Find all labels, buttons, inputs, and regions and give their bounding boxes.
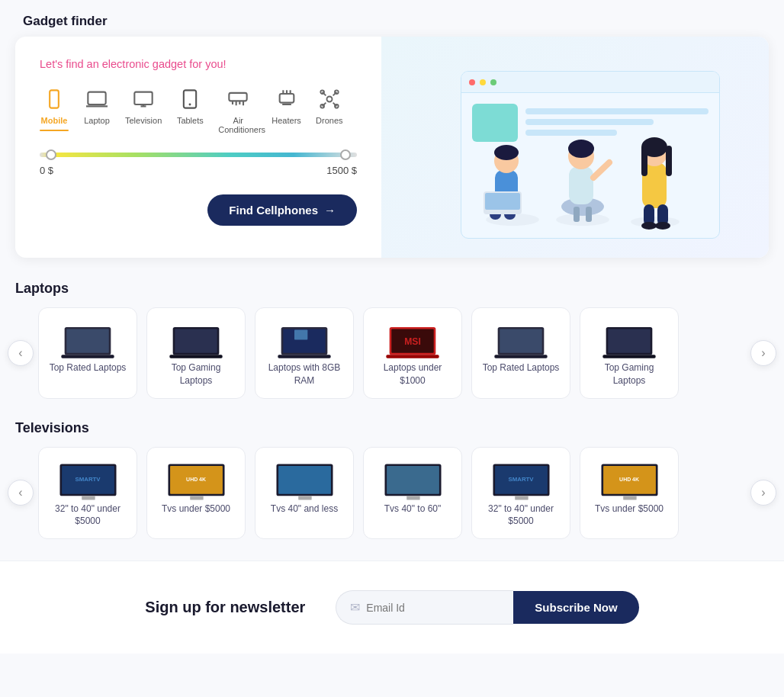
tv-card-2[interactable]: UHD 4K Tvs under $5000 [146, 447, 246, 540]
svg-rect-38 [574, 207, 580, 222]
newsletter-form: ✉ Subscribe Now [336, 590, 638, 625]
range-track [40, 153, 357, 157]
email-icon: ✉ [350, 600, 360, 615]
svg-rect-63 [278, 355, 330, 358]
laptop-card-6[interactable]: Top Gaming Laptops [580, 307, 679, 399]
tv-card-4[interactable]: Tvs 40" to 60" [363, 447, 462, 540]
svg-rect-84 [298, 496, 311, 499]
laptop-card-5[interactable]: Top Rated Laptops [471, 307, 570, 399]
laptop-card-3[interactable]: Laptops with 8GB RAM [255, 307, 354, 399]
price-max: 1500 $ [326, 165, 357, 176]
laptops-section: Laptops ‹ Top Rated Laptops [0, 281, 784, 399]
televisions-section: Televisions ‹ SMARTV 32" to 40" under $5… [0, 420, 784, 540]
category-mobile[interactable]: Mobile [40, 87, 69, 134]
hero-left: Let's find an electronic gadget for you!… [15, 37, 381, 258]
laptops-carousel-right-arrow[interactable]: › [750, 340, 776, 366]
svg-rect-17 [279, 94, 294, 103]
laptops-carousel-track: Top Rated Laptops Top Gaming Laptops [0, 307, 784, 399]
email-input[interactable] [366, 602, 500, 614]
category-drones[interactable]: Drones [315, 87, 344, 134]
tv-card-6[interactable]: UHD 4K Tvs under $5000 [580, 447, 679, 540]
laptop-label-4: Laptops under $1000 [373, 361, 452, 387]
laptops-carousel: ‹ Top Rated Laptops Top Gaming Lapt [0, 307, 784, 399]
tv-card-5[interactable]: SMARTV 32" to 40" under $5000 [471, 447, 570, 540]
mobile-icon [40, 87, 69, 111]
televisions-carousel-left-arrow[interactable]: ‹ [8, 480, 34, 506]
svg-rect-62 [294, 329, 307, 339]
tv-card-3[interactable]: Tvs 40" and less [255, 447, 354, 540]
svg-rect-87 [406, 496, 419, 499]
laptop-card-2[interactable]: Top Gaming Laptops [146, 307, 246, 399]
hero-illustration [461, 63, 689, 231]
tv-card-1[interactable]: SMARTV 32" to 40" under $5000 [38, 447, 137, 540]
tv-label-3: Tvs 40" and less [271, 503, 338, 516]
svg-rect-55 [66, 329, 108, 353]
category-label-television: Television [125, 116, 162, 125]
laptop-label-5: Top Rated Laptops [483, 361, 560, 374]
price-min: 0 $ [40, 165, 53, 176]
tv-label-5: 32" to 40" under $5000 [481, 503, 561, 528]
price-labels: 0 $ 1500 $ [40, 165, 357, 176]
svg-rect-70 [494, 355, 547, 358]
email-input-wrapper: ✉ [336, 590, 513, 625]
air-conditioner-icon [223, 87, 252, 111]
range-thumb-left[interactable] [46, 149, 56, 160]
svg-point-19 [326, 97, 332, 102]
svg-rect-39 [586, 207, 592, 222]
people-illustration [461, 79, 697, 231]
laptop-image-2 [165, 322, 227, 361]
svg-rect-91 [515, 496, 528, 499]
category-tablets[interactable]: Tablets [175, 87, 204, 134]
svg-rect-49 [666, 146, 672, 176]
heaters-icon [272, 87, 301, 111]
tablets-icon [175, 87, 204, 111]
hero-subtitle: Let's find an electronic gadget for you! [40, 58, 357, 70]
svg-point-52 [641, 222, 657, 230]
laptop-card-4[interactable]: MSI Laptops under $1000 [363, 307, 462, 399]
svg-rect-81 [190, 496, 203, 499]
svg-rect-72 [608, 329, 650, 353]
subscribe-label: Subscribe Now [535, 601, 617, 614]
svg-line-43 [593, 162, 609, 178]
category-laptop[interactable]: Laptop [82, 87, 111, 134]
tv-label-2: Tvs under $5000 [162, 503, 230, 516]
find-btn-label: Find Cellphones [229, 204, 318, 217]
svg-rect-56 [61, 355, 114, 358]
laptop-image-3 [274, 322, 335, 361]
svg-rect-40 [569, 166, 593, 204]
tv-image-6: UHD 4K [597, 461, 662, 503]
page-header: Gadget finder [0, 0, 784, 37]
svg-text:MSI: MSI [404, 336, 421, 347]
category-air-conditioners[interactable]: Air Conditioners [218, 87, 258, 134]
laptop-image-6 [599, 322, 660, 361]
svg-rect-86 [387, 466, 439, 494]
svg-rect-58 [175, 329, 217, 353]
hero-section: Let's find an electronic gadget for you!… [15, 37, 769, 258]
range-thumb-right[interactable] [340, 149, 351, 160]
tv-image-5: SMARTV [489, 461, 554, 503]
newsletter-title: Sign up for newsletter [145, 599, 305, 616]
svg-rect-83 [278, 466, 331, 494]
category-label-ac: Air Conditioners [218, 116, 258, 134]
hero-right [381, 37, 769, 258]
televisions-carousel: ‹ SMARTV 32" to 40" under $5000 UHD 4K [0, 447, 784, 540]
televisions-carousel-right-arrow[interactable]: › [750, 480, 776, 506]
tv-image-3 [272, 461, 337, 503]
laptop-card-1[interactable]: Top Rated Laptops [38, 307, 137, 399]
svg-rect-95 [623, 496, 636, 499]
page-title: Gadget finder [23, 14, 108, 28]
laptop-image-5 [490, 322, 551, 361]
tv-label-4: Tvs 40" to 60" [384, 503, 442, 516]
tv-image-1: SMARTV [56, 461, 120, 503]
svg-rect-77 [82, 496, 95, 499]
laptop-image-4: MSI [382, 322, 443, 361]
svg-rect-59 [169, 355, 222, 358]
category-television[interactable]: Television [125, 87, 162, 134]
find-cellphones-button[interactable]: Find Cellphones → [207, 194, 357, 226]
newsletter-section: Sign up for newsletter ✉ Subscribe Now [0, 560, 784, 654]
subscribe-button[interactable]: Subscribe Now [513, 591, 638, 624]
television-icon [129, 87, 158, 111]
category-heaters[interactable]: Heaters [272, 87, 301, 134]
laptops-carousel-left-arrow[interactable]: ‹ [8, 340, 34, 366]
svg-rect-4 [134, 92, 152, 104]
